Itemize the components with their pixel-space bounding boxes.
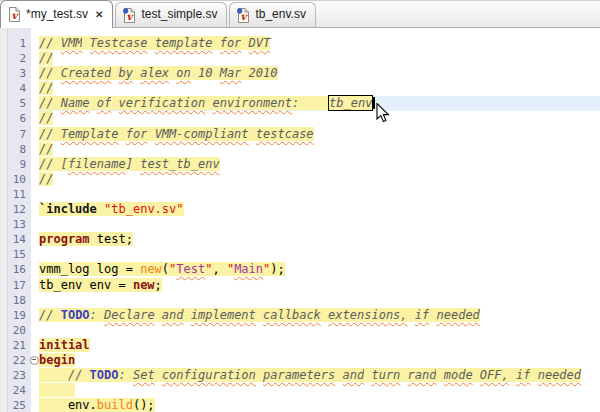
line-number: 16 <box>0 262 30 277</box>
line-number: 17 <box>0 278 30 293</box>
fold-ruler-cell <box>30 398 39 412</box>
line-number: 5 <box>0 96 30 111</box>
code-line-24[interactable]: 24 <box>0 383 600 398</box>
code-line-19[interactable]: 19// TODO: Declare and implement callbac… <box>0 308 600 323</box>
line-number: 9 <box>0 157 30 172</box>
close-icon[interactable]: ✕ <box>95 9 103 20</box>
tab-label: tb_env.sv <box>255 7 305 21</box>
code-line-10[interactable]: 10// <box>0 172 600 187</box>
line-number: 14 <box>0 232 30 247</box>
code-line-22[interactable]: 22begin <box>0 353 600 368</box>
fold-ruler-cell <box>30 81 39 96</box>
tab-bar: v*my_test.sv✕vtest_simple.svvtb_env.sv <box>0 0 600 28</box>
line-number: 1 <box>0 36 30 51</box>
fold-ruler-cell <box>30 157 39 172</box>
code-text: // VMM Testcase template for DVT <box>39 36 600 51</box>
code-text: tb_env env = new; <box>39 278 600 293</box>
code-text: // <box>39 142 600 157</box>
code-line-21[interactable]: 21initial <box>0 338 600 353</box>
code-text: `include "tb_env.sv" <box>39 202 600 217</box>
fold-ruler-cell <box>30 36 39 51</box>
line-number: 4 <box>0 81 30 96</box>
tab-tb-env-sv[interactable]: vtb_env.sv <box>229 2 315 27</box>
code-line-7[interactable]: 7// Template for VMM-compliant testcase <box>0 127 600 142</box>
code-text <box>39 247 600 262</box>
line-number: 11 <box>0 187 30 202</box>
code-text: // Name of verification environment: tb_… <box>39 96 600 111</box>
line-number: 3 <box>0 66 30 81</box>
code-line-1[interactable]: 1// VMM Testcase template for DVT <box>0 36 600 51</box>
line-number: 12 <box>0 202 30 217</box>
fold-ruler-cell <box>30 368 39 383</box>
fold-ruler-cell <box>30 323 39 338</box>
fold-ruler-cell <box>30 66 39 81</box>
line-number: 10 <box>0 172 30 187</box>
code-text: // TODO: Declare and implement callback … <box>39 308 600 323</box>
fold-ruler-cell <box>30 278 39 293</box>
fold-ruler-cell <box>30 96 39 111</box>
code-line-15[interactable]: 15 <box>0 247 600 262</box>
line-number: 19 <box>0 308 30 323</box>
code-line-16[interactable]: 16vmm_log log = new("Test", "Main"); <box>0 262 600 277</box>
line-number: 8 <box>0 142 30 157</box>
code-text <box>39 383 600 398</box>
code-line-9[interactable]: 9// [filename] test_tb_env <box>0 157 600 172</box>
line-number: 6 <box>0 111 30 126</box>
code-line-4[interactable]: 4// <box>0 81 600 96</box>
fold-ruler-cell <box>30 338 39 353</box>
fold-ruler-cell <box>30 247 39 262</box>
tab-label: test_simple.sv <box>141 7 217 21</box>
line-number: 15 <box>0 247 30 262</box>
line-number: 7 <box>0 127 30 142</box>
line-number: 20 <box>0 323 30 338</box>
code-line-3[interactable]: 3// Created by alex on 10 Mar 2010 <box>0 66 600 81</box>
fold-ruler-cell <box>30 51 39 66</box>
code-line-14[interactable]: 14program test; <box>0 232 600 247</box>
code-line-18[interactable]: 18 <box>0 293 600 308</box>
code-lines: 1// VMM Testcase template for DVT2//3// … <box>0 36 600 412</box>
code-text: vmm_log log = new("Test", "Main"); <box>39 262 600 277</box>
fold-collapse-icon[interactable] <box>30 356 39 365</box>
code-text: // TODO: Set configuration parameters an… <box>39 368 600 383</box>
code-line-17[interactable]: 17tb_env env = new; <box>0 278 600 293</box>
fold-ruler-cell <box>30 187 39 202</box>
code-line-8[interactable]: 8// <box>0 142 600 157</box>
code-line-12[interactable]: 12`include "tb_env.sv" <box>0 202 600 217</box>
code-line-11[interactable]: 11 <box>0 187 600 202</box>
sv-file-icon: v <box>237 8 250 23</box>
fold-ruler-cell <box>30 142 39 157</box>
code-text: // [filename] test_tb_env <box>39 157 600 172</box>
code-line-20[interactable]: 20 <box>0 323 600 338</box>
tab-test-simple-sv[interactable]: vtest_simple.sv <box>115 2 227 27</box>
fold-ruler-cell <box>30 353 39 368</box>
code-line-6[interactable]: 6// <box>0 111 600 126</box>
code-line-5[interactable]: 5// Name of verification environment: tb… <box>0 96 600 111</box>
code-text: env.build(); <box>39 398 600 412</box>
line-number: 22 <box>0 353 30 368</box>
tab-my-test-sv[interactable]: v*my_test.sv✕ <box>0 0 113 28</box>
sv-file-icon: v <box>8 7 21 22</box>
code-text: program test; <box>39 232 600 247</box>
code-line-2[interactable]: 2// <box>0 51 600 66</box>
fold-ruler-cell <box>30 232 39 247</box>
code-line-25[interactable]: 25 env.build(); <box>0 398 600 412</box>
fold-ruler-cell <box>30 293 39 308</box>
line-number: 18 <box>0 293 30 308</box>
code-text: // <box>39 111 600 126</box>
code-text: initial <box>39 338 600 353</box>
line-number: 24 <box>0 383 30 398</box>
code-editor: 1// VMM Testcase template for DVT2//3// … <box>0 28 600 412</box>
fold-ruler-cell <box>30 127 39 142</box>
template-variable-box[interactable]: tb_env <box>328 95 373 111</box>
code-line-13[interactable]: 13 <box>0 217 600 232</box>
mouse-cursor <box>376 103 390 127</box>
fold-ruler-cell <box>30 383 39 398</box>
code-text: // <box>39 81 600 96</box>
fold-ruler-cell <box>30 202 39 217</box>
line-number: 23 <box>0 368 30 383</box>
code-text: // <box>39 172 600 187</box>
code-text: // Created by alex on 10 Mar 2010 <box>39 66 600 81</box>
code-line-23[interactable]: 23 // TODO: Set configuration parameters… <box>0 368 600 383</box>
code-text <box>39 323 600 338</box>
line-number: 2 <box>0 51 30 66</box>
